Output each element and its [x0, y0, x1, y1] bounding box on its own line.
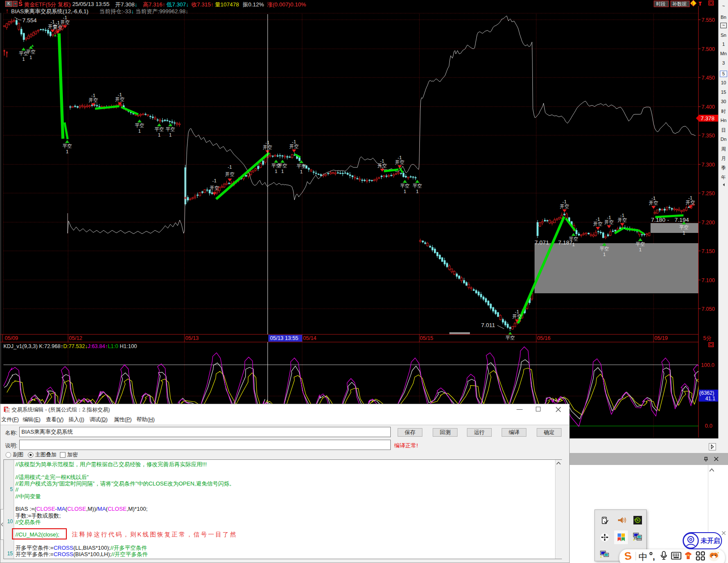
svg-text:开空: 开空 — [618, 217, 627, 223]
svg-text:开空: 开空 — [649, 200, 658, 206]
svg-text:7.400: 7.400 — [701, 104, 715, 110]
svg-text:开空: 开空 — [593, 221, 603, 226]
svg-text:7.100: 7.100 — [701, 277, 715, 283]
svg-text:开空: 开空 — [686, 200, 695, 205]
svg-text:中: 中 — [639, 552, 648, 562]
svg-text:05/09: 05/09 — [5, 335, 18, 341]
svg-text:开空: 开空 — [512, 314, 522, 319]
svg-text:-1: -1 — [228, 164, 232, 170]
svg-text:05/12: 05/12 — [69, 335, 82, 341]
svg-text:05/19: 05/19 — [654, 335, 668, 341]
svg-text:平空: 平空 — [600, 246, 609, 251]
svg-text:开空: 开空 — [225, 172, 235, 177]
svg-text:平空: 平空 — [278, 163, 287, 168]
svg-text:平空: 平空 — [26, 49, 36, 54]
svg-text:开空: 开空 — [89, 98, 98, 103]
svg-text:1: 1 — [22, 57, 25, 62]
svg-text:05/13 13:55: 05/13 13:55 — [270, 335, 298, 341]
svg-text:7.071: 7.071 — [535, 239, 549, 246]
svg-text:时段: 时段 — [656, 1, 666, 6]
svg-text:-1: -1 — [398, 155, 402, 160]
svg-text:开空: 开空 — [377, 163, 387, 168]
svg-text:-: - — [667, 217, 669, 223]
svg-text:开空: 开空 — [115, 97, 125, 102]
svg-text:平空: 平空 — [679, 225, 689, 230]
svg-text:-1: -1 — [212, 178, 217, 183]
svg-text:1: 1 — [169, 132, 172, 137]
svg-text:41.1: 41.1 — [705, 396, 716, 402]
svg-text:开空: 开空 — [395, 160, 404, 165]
svg-text:1: 1 — [66, 149, 68, 154]
svg-text:7.350: 7.350 — [701, 133, 715, 139]
svg-text:平空: 平空 — [505, 335, 515, 340]
svg-text:1: 1 — [30, 55, 32, 60]
svg-text:1: 1 — [138, 128, 141, 134]
svg-text:平空: 平空 — [413, 183, 422, 188]
svg-text:1: 1 — [416, 189, 419, 194]
svg-text:开空: 开空 — [53, 25, 62, 30]
svg-text:-1: -1 — [620, 213, 624, 218]
svg-text:5分: 5分 — [703, 335, 711, 341]
svg-text:7.300: 7.300 — [701, 162, 715, 168]
svg-text:-1: -1 — [562, 199, 567, 204]
svg-text:100.0: 100.0 — [701, 362, 714, 368]
svg-text:平空: 平空 — [297, 164, 306, 169]
svg-text:1: 1 — [275, 169, 277, 174]
svg-text:-1: -1 — [596, 217, 600, 222]
svg-text:1: 1 — [639, 247, 642, 252]
svg-text:,: , — [653, 552, 655, 561]
svg-text:7.050: 7.050 — [701, 306, 715, 312]
svg-text:-1: -1 — [515, 309, 519, 314]
svg-text:-1: -1 — [91, 93, 95, 98]
svg-text:05/16: 05/16 — [537, 335, 550, 341]
svg-text:开空: 开空 — [560, 204, 569, 209]
svg-text:S: S — [624, 549, 632, 562]
svg-text:1: 1 — [281, 169, 284, 174]
svg-text:05/13: 05/13 — [185, 335, 199, 341]
svg-text:-1: -1 — [56, 20, 60, 25]
svg-text:05/14: 05/14 — [303, 335, 316, 341]
svg-text:1: 1 — [603, 252, 606, 257]
svg-text:05/15: 05/15 — [420, 335, 433, 341]
svg-text:7.200: 7.200 — [701, 220, 715, 226]
svg-text:1: 1 — [683, 230, 685, 235]
svg-text:开空: 开空 — [60, 20, 70, 25]
svg-text:开空: 开空 — [604, 220, 614, 225]
svg-text:平空: 平空 — [636, 241, 645, 247]
svg-text:7.500: 7.500 — [701, 46, 715, 52]
svg-text:-1: -1 — [118, 92, 122, 97]
svg-text:7.150: 7.150 — [701, 248, 715, 254]
svg-text:-1: -1 — [607, 215, 611, 220]
svg-text:-1: -1 — [651, 196, 656, 201]
svg-text:7.011: 7.011 — [481, 322, 495, 328]
svg-text:-1: -1 — [51, 19, 55, 24]
svg-text:7.378: 7.378 — [701, 115, 715, 122]
svg-text:1: 1 — [300, 169, 303, 174]
svg-text:-1: -1 — [292, 139, 296, 144]
svg-text:平空: 平空 — [400, 183, 410, 188]
svg-text:1: 1 — [158, 132, 160, 137]
svg-text:平空: 平空 — [166, 127, 175, 132]
svg-text:平空: 平空 — [62, 143, 72, 149]
svg-text:KDJ_v1(9,3,3) K:72.968↑D:77.53: KDJ_v1(9,3,3) K:72.968↑D:77.532↓J:63.84↑… — [3, 343, 137, 349]
svg-text:补数据: 补数据 — [672, 1, 686, 6]
svg-text:-1: -1 — [63, 15, 67, 20]
svg-text:7.550: 7.550 — [701, 17, 715, 23]
svg-text:1: 1 — [572, 242, 575, 247]
svg-text:7.180: 7.180 — [651, 217, 666, 223]
svg-text:开空: 开空 — [210, 185, 219, 191]
svg-text:(6362): (6362) — [699, 390, 714, 396]
svg-text:7.554: 7.554 — [22, 17, 37, 24]
svg-text:7.450: 7.450 — [701, 75, 715, 81]
svg-text:7.250: 7.250 — [701, 191, 715, 197]
svg-text:1: 1 — [404, 189, 406, 194]
svg-text:-1: -1 — [380, 158, 384, 164]
svg-text:0.0: 0.0 — [705, 423, 712, 429]
svg-text:开空: 开空 — [289, 144, 299, 149]
svg-text:平空: 平空 — [155, 127, 164, 132]
svg-text:-1: -1 — [688, 195, 692, 200]
svg-text:!: ! — [692, 2, 693, 6]
svg-text:7.194: 7.194 — [675, 217, 689, 223]
svg-text:7.187: 7.187 — [558, 239, 573, 246]
svg-text:平空: 平空 — [135, 123, 144, 128]
